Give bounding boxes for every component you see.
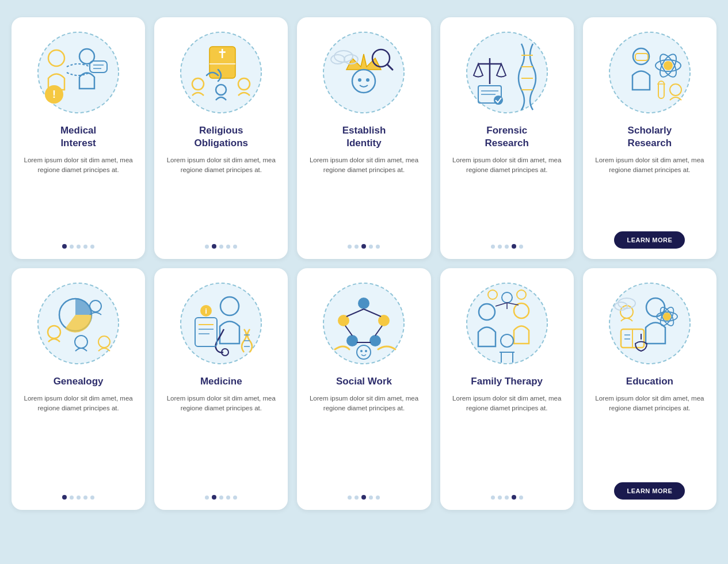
- card-dots-forensic: [491, 244, 523, 249]
- card-medicine: i Medicine Lorem ipsum dolor sit dim ame…: [154, 268, 288, 510]
- card-title-social: Social Work: [336, 375, 392, 388]
- card-forensic-research: ForensicResearch Lorem ipsum dolor sit d…: [440, 17, 574, 259]
- dot: [226, 496, 230, 500]
- dot: [83, 496, 87, 500]
- card-dots-genealogy: [62, 495, 94, 500]
- dot: [369, 496, 373, 500]
- dot: [205, 496, 209, 500]
- card-grid-row2: Genealogy Lorem ipsum dolor sit dim amet…: [12, 268, 716, 510]
- card-body-family: Lorem ipsum dolor sit dim amet, mea regi…: [448, 394, 566, 487]
- card-body-identity: Lorem ipsum dolor sit dim amet, mea regi…: [305, 155, 422, 236]
- card-dots-medical: [62, 244, 94, 249]
- card-icon-medicine: i: [175, 277, 267, 369]
- svg-point-93: [663, 313, 671, 321]
- dot: [355, 496, 359, 500]
- card-medical-interest: ! MedicalInterest Lorem ipsum dolor sit …: [12, 17, 145, 259]
- card-religious-obligations: ✝ ReligiousObligations Lorem ipsum dolor…: [154, 17, 288, 259]
- dot: [233, 245, 237, 249]
- card-body-scholarly: Lorem ipsum dolor sit dim amet, mea regi…: [591, 155, 708, 223]
- dot: [83, 245, 87, 249]
- dot: [348, 245, 352, 249]
- card-dots-medicine: [205, 495, 237, 500]
- dot: [90, 245, 94, 249]
- dot: [233, 496, 237, 500]
- card-genealogy: Genealogy Lorem ipsum dolor sit dim amet…: [12, 268, 145, 510]
- dot: [505, 245, 509, 249]
- card-body-medicine: Lorem ipsum dolor sit dim amet, mea regi…: [162, 394, 280, 487]
- dot: [361, 244, 366, 249]
- dot: [491, 245, 495, 249]
- svg-point-76: [360, 350, 363, 352]
- card-education: Education Lorem ipsum dolor sit dim amet…: [583, 268, 716, 510]
- dot: [212, 244, 216, 249]
- card-icon-medical: !: [32, 26, 124, 119]
- dot: [505, 496, 509, 500]
- dot: [519, 245, 523, 249]
- svg-text:✝: ✝: [217, 47, 227, 61]
- dot: [491, 496, 495, 500]
- dot: [205, 245, 209, 249]
- card-dots-social: [348, 495, 380, 500]
- card-body-education: Lorem ipsum dolor sit dim amet, mea regi…: [591, 394, 708, 474]
- card-dots-identity: [348, 244, 380, 249]
- card-grid-row1: ! MedicalInterest Lorem ipsum dolor sit …: [12, 17, 716, 259]
- svg-point-65: [358, 298, 369, 309]
- card-body-medical: Lorem ipsum dolor sit dim amet, mea regi…: [20, 155, 137, 236]
- dot: [512, 495, 516, 500]
- card-dots-family: [491, 495, 523, 500]
- dot: [212, 495, 216, 500]
- card-icon-religious: ✝: [175, 26, 267, 119]
- svg-point-64: [323, 283, 404, 364]
- dot: [77, 496, 81, 500]
- dot: [70, 245, 74, 249]
- dot: [226, 245, 230, 249]
- dot: [355, 245, 359, 249]
- dot: [376, 245, 380, 249]
- svg-point-35: [494, 96, 503, 105]
- card-dots-religious: [205, 244, 237, 249]
- dot: [512, 244, 516, 249]
- dot: [369, 245, 373, 249]
- card-body-social: Lorem ipsum dolor sit dim amet, mea regi…: [305, 394, 422, 487]
- card-title-genealogy: Genealogy: [54, 375, 104, 388]
- dot: [498, 496, 502, 500]
- card-title-family: Family Therapy: [471, 375, 543, 388]
- card-title-scholarly: ScholarlyResearch: [628, 124, 672, 150]
- dot: [519, 496, 523, 500]
- card-icon-forensic: [461, 26, 553, 119]
- card-body-religious: Lorem ipsum dolor sit dim amet, mea regi…: [162, 155, 280, 236]
- dot: [219, 496, 223, 500]
- svg-point-18: [358, 78, 361, 82]
- card-family-therapy: Family Therapy Lorem ipsum dolor sit dim…: [440, 268, 574, 510]
- dot: [62, 244, 67, 249]
- svg-point-68: [346, 335, 358, 346]
- card-icon-identity: [318, 26, 410, 119]
- dot: [348, 496, 352, 500]
- dot: [77, 245, 81, 249]
- card-title-education: Education: [626, 375, 673, 388]
- svg-point-52: [181, 283, 261, 364]
- dot: [376, 496, 380, 500]
- card-title-religious: ReligiousObligations: [195, 124, 249, 150]
- svg-point-15: [323, 32, 404, 113]
- svg-point-69: [369, 335, 381, 346]
- card-title-forensic: ForensicResearch: [485, 124, 529, 150]
- svg-point-19: [366, 78, 369, 82]
- card-scholarly-research: ScholarlyResearch Lorem ipsum dolor sit …: [583, 17, 716, 259]
- svg-point-36: [609, 32, 690, 113]
- dot: [70, 496, 74, 500]
- card-icon-scholarly: [604, 26, 696, 119]
- learn-more-button-scholarly[interactable]: LEARN MORE: [614, 231, 685, 249]
- card-icon-genealogy: [32, 277, 124, 369]
- svg-point-77: [365, 350, 367, 352]
- card-body-genealogy: Lorem ipsum dolor sit dim amet, mea regi…: [20, 394, 137, 487]
- dot: [498, 245, 502, 249]
- svg-text:i: i: [205, 307, 207, 315]
- dot: [62, 495, 67, 500]
- card-social-work: Social Work Lorem ipsum dolor sit dim am…: [297, 268, 430, 510]
- svg-text:!: !: [52, 89, 56, 100]
- dot: [219, 245, 223, 249]
- card-title-medicine: Medicine: [200, 375, 242, 388]
- card-title-medical: MedicalInterest: [60, 124, 96, 150]
- learn-more-button-education[interactable]: LEARN MORE: [614, 482, 685, 500]
